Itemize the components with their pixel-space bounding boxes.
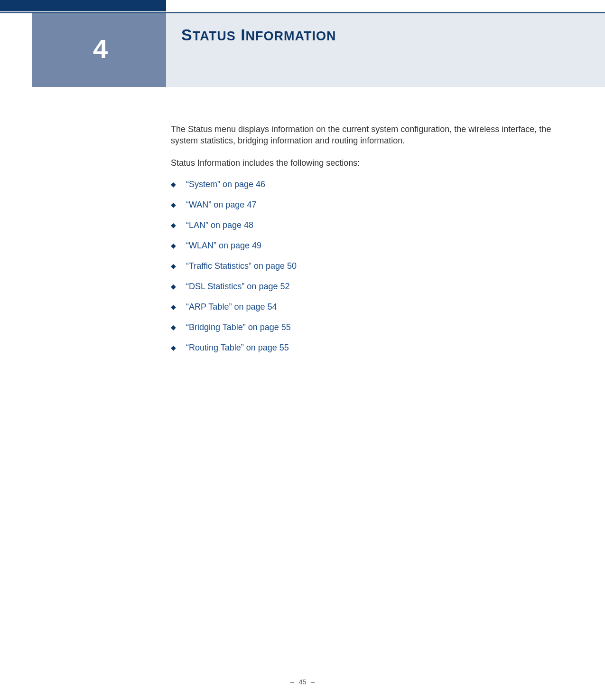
section-link-dsl-statistics: “DSL Statistics” on page 52 — [171, 282, 567, 292]
intro-paragraph: The Status menu displays information on … — [171, 123, 567, 147]
sections-intro: Status Information includes the followin… — [171, 157, 567, 169]
chapter-title-word1-initial: S — [181, 26, 193, 44]
top-accent-bar — [0, 0, 166, 11]
link-lan[interactable]: “LAN” on page 48 — [186, 220, 253, 230]
chapter-title-word1-rest: TATUS — [193, 29, 236, 43]
chapter-number-box: 4 — [32, 13, 166, 87]
section-link-arp-table: “ARP Table” on page 54 — [171, 302, 567, 312]
section-link-wlan: “WLAN” on page 49 — [171, 241, 567, 251]
section-link-lan: “LAN” on page 48 — [171, 220, 567, 230]
section-link-traffic-statistics: “Traffic Statistics” on page 50 — [171, 261, 567, 271]
section-link-routing-table: “Routing Table” on page 55 — [171, 343, 567, 353]
section-list: “System” on page 46 “WAN” on page 47 “LA… — [171, 180, 567, 353]
chapter-title-word2-rest: NFORMATION — [246, 29, 336, 43]
content-area: The Status menu displays information on … — [171, 123, 567, 363]
section-link-wan: “WAN” on page 47 — [171, 200, 567, 210]
link-arp-table[interactable]: “ARP Table” on page 54 — [186, 302, 277, 312]
link-dsl-statistics[interactable]: “DSL Statistics” on page 52 — [186, 282, 289, 291]
chapter-title-area — [166, 13, 605, 87]
link-routing-table[interactable]: “Routing Table” on page 55 — [186, 343, 289, 352]
section-link-bridging-table: “Bridging Table” on page 55 — [171, 322, 567, 332]
chapter-number: 4 — [93, 33, 108, 64]
chapter-title: STATUS INFORMATION — [181, 26, 336, 44]
footer-dash-right: – — [311, 678, 315, 686]
chapter-title-word2-initial: I — [241, 26, 245, 44]
link-traffic-statistics[interactable]: “Traffic Statistics” on page 50 — [186, 261, 297, 271]
footer-dash-left: – — [290, 678, 294, 686]
link-wan[interactable]: “WAN” on page 47 — [186, 200, 256, 209]
page-number: 45 — [299, 678, 307, 686]
link-bridging-table[interactable]: “Bridging Table” on page 55 — [186, 322, 291, 332]
link-system[interactable]: “System” on page 46 — [186, 180, 265, 189]
link-wlan[interactable]: “WLAN” on page 49 — [186, 241, 261, 250]
page-footer: – 45 – — [0, 678, 605, 686]
section-link-system: “System” on page 46 — [171, 180, 567, 189]
